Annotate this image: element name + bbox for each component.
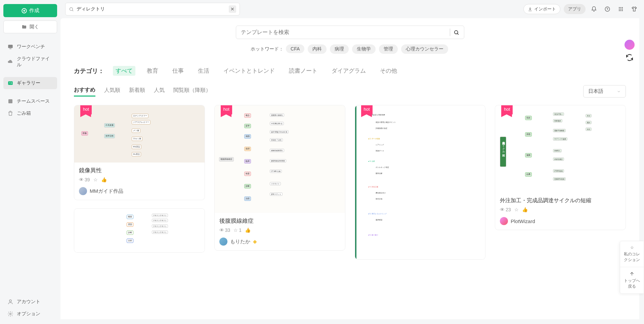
card-thumbnail: 概要 原因 診断 治療 テキストテキスト テキストテキスト テキストテキスト テ… — [74, 209, 205, 252]
my-collection-button[interactable]: ☆ 私のコレクション — [620, 241, 644, 267]
nav-workbench[interactable]: ワークベンチ — [3, 41, 57, 53]
apps-label: アプリ — [568, 6, 581, 12]
template-search-input[interactable] — [241, 29, 446, 35]
category-item[interactable]: イベントとトレンド — [221, 66, 277, 76]
side-panel: ☆ 私のコレクション トップへ戻る — [620, 241, 644, 294]
author-name: PlotWizard — [511, 218, 535, 224]
hotword-chip[interactable]: CFA — [286, 44, 304, 53]
hotword-chip[interactable]: 病理 — [330, 44, 349, 54]
hotword-chip[interactable]: 生物学 — [352, 44, 376, 54]
svg-point-7 — [70, 7, 73, 10]
category-item[interactable]: その他 — [377, 66, 400, 76]
card-thumbnail: 枠像 不斉炭素 光学活性 エナンチオマー ジアステレオマー メソ体 ラセミ体 R… — [74, 105, 205, 163]
nav-cloud[interactable]: クラウドファイル — [3, 53, 57, 71]
template-card[interactable]: 概要 原因 診断 治療 テキストテキスト テキストテキスト テキストテキスト テ… — [74, 208, 205, 253]
svg-rect-4 — [8, 99, 12, 103]
nav-label: ごみ箱 — [17, 110, 31, 116]
thumbs-up-icon[interactable]: 👍 — [522, 207, 528, 212]
gallery-icon — [7, 80, 13, 86]
import-button[interactable]: インポート — [523, 4, 560, 14]
import-label: インポート — [534, 6, 556, 12]
create-button[interactable]: 作成 — [3, 4, 57, 17]
hot-badge: hot — [361, 105, 373, 114]
directory-search[interactable]: ✕ — [65, 3, 240, 15]
grid-icon — [618, 6, 624, 12]
nav-account[interactable]: アカウント — [3, 296, 57, 308]
thumbs-up-icon[interactable]: 👍 — [245, 227, 251, 233]
avatar — [219, 238, 227, 246]
folder-icon — [22, 24, 27, 30]
nav-gallery[interactable]: ギャラリー — [3, 77, 57, 89]
chevron-down-icon — [617, 89, 621, 94]
grid-menu-button[interactable] — [616, 4, 626, 14]
sort-item[interactable]: 人気順 — [104, 87, 120, 96]
category-item[interactable]: 仕事 — [170, 66, 186, 76]
category-label: カテゴリ： — [74, 67, 104, 75]
card-author: もりたか ◆ — [219, 238, 340, 246]
sort-item[interactable]: 人気 — [154, 87, 165, 96]
topbar: ✕ インポート アプリ — [60, 0, 644, 18]
nav-team[interactable]: チームスペース — [3, 95, 57, 107]
nav-label: ワークベンチ — [17, 44, 45, 50]
notifications-button[interactable] — [589, 4, 599, 14]
search-icon[interactable] — [454, 30, 459, 35]
star-icon[interactable]: ☆ — [514, 207, 519, 212]
help-icon — [604, 6, 610, 12]
clear-search-button[interactable]: ✕ — [229, 5, 236, 13]
sidebar-footer: アカウント オプション — [3, 296, 57, 320]
category-all[interactable]: すべて — [113, 66, 135, 76]
nav-label: チームスペース — [17, 98, 50, 104]
category-item[interactable]: 読書ノート — [286, 66, 320, 76]
avatar — [500, 217, 508, 225]
trash-icon — [7, 110, 13, 116]
sort-item[interactable]: 新着順 — [129, 87, 145, 96]
directory-search-input[interactable] — [77, 6, 226, 12]
hotword-chip[interactable]: 管理 — [379, 44, 398, 54]
svg-point-17 — [622, 10, 623, 11]
svg-rect-1 — [8, 45, 13, 48]
category-item[interactable]: 生活 — [195, 66, 212, 76]
apps-button[interactable]: アプリ — [564, 4, 586, 14]
star-icon[interactable]: ☆ — [93, 177, 98, 182]
hotwords-label: ホットワード： — [251, 46, 284, 51]
hotword-chip[interactable]: 内科 — [308, 44, 327, 54]
diamond-icon: ◆ — [253, 239, 257, 245]
arrow-up-icon — [629, 271, 635, 277]
nav-trash[interactable]: ごみ箱 — [3, 107, 57, 119]
template-card[interactable]: hot 後腹膜線維症 概念 疫学 病因 病理 臨床 検査 診断 — [214, 105, 345, 251]
import-icon — [528, 7, 532, 11]
nav-options[interactable]: オプション — [3, 308, 57, 320]
card-stats: 👁33 ☆1 👍 — [219, 227, 340, 233]
shirt-icon — [631, 6, 637, 12]
template-grid: hot 枠像 不斉炭素 光学活性 エナンチオマー ジアステレオマー メソ体 ラセ… — [74, 105, 626, 260]
user-avatar[interactable] — [625, 40, 635, 50]
template-card[interactable]: hot 完成品調達サイクル短縮 現状 課題 施策 効果 発注LT長い 在庫過多 … — [495, 105, 626, 230]
template-card[interactable]: hot 枠像 不斉炭素 光学活性 エナンチオマー ジアステレオマー メソ体 ラセ… — [74, 105, 205, 200]
template-card[interactable]: hot 1. 目的設定と現状把握 仮説の整理と検証ポイント 評価指標の決定 ● … — [355, 105, 486, 260]
category-row: カテゴリ： すべて 教育 仕事 生活 イベントとトレンド 読書ノート ダイアグラ… — [74, 66, 626, 76]
star-icon[interactable]: ☆ — [233, 227, 238, 233]
thumbs-up-icon[interactable]: 👍 — [101, 177, 107, 182]
sync-button[interactable] — [625, 53, 634, 62]
cloud-icon — [7, 59, 13, 65]
theme-button[interactable] — [629, 4, 639, 14]
user-icon — [7, 299, 13, 305]
template-search[interactable] — [236, 26, 464, 39]
hotword-chip[interactable]: 心理カウンセラー — [401, 44, 448, 54]
open-button[interactable]: 開く — [3, 21, 57, 33]
nav-label: クラウドファイル — [17, 56, 53, 68]
category-item[interactable]: ダイアグラム — [329, 66, 369, 76]
help-button[interactable] — [602, 4, 612, 14]
category-item[interactable]: 教育 — [144, 66, 161, 76]
back-to-top-button[interactable]: トップへ戻る — [620, 267, 644, 293]
views: 39 — [85, 177, 90, 182]
svg-point-3 — [9, 82, 10, 83]
sort-item[interactable]: 閲覧順（降順） — [173, 87, 211, 96]
language-select[interactable]: 日本語 — [583, 85, 626, 98]
card-thumbnail: 完成品調達サイクル短縮 現状 課題 施策 効果 発注LT長い 在庫過多 需要予測… — [495, 105, 626, 193]
sort-recommended[interactable]: おすすめ — [74, 86, 95, 97]
gear-icon — [7, 311, 13, 317]
stars: 1 — [239, 227, 242, 233]
floating-user-area — [625, 40, 635, 62]
card-title: 鏡像異性 — [79, 167, 200, 174]
